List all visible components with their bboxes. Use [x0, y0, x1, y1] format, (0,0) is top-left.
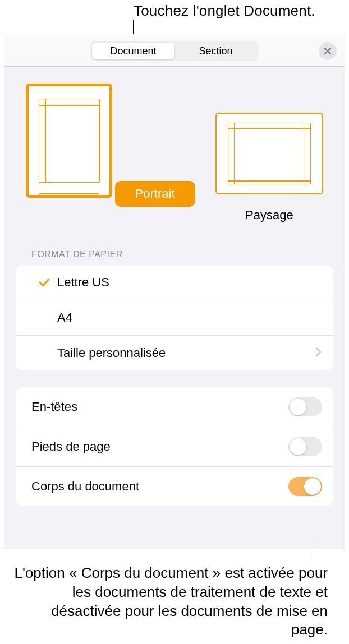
- switch-knob: [290, 399, 306, 415]
- tab-section[interactable]: Section: [174, 43, 257, 59]
- landscape-thumbnail: [215, 113, 323, 194]
- toggle-label: Pieds de page: [31, 439, 288, 454]
- toggle-row-headers: En-têtes: [16, 387, 333, 427]
- paper-option-custom[interactable]: Taille personnalisée: [16, 336, 333, 370]
- toggle-label: Corps du document: [31, 479, 288, 494]
- switch-knob: [290, 438, 306, 455]
- callout-top-text: Touchez l'onglet Document.: [0, 0, 349, 20]
- toggle-label: En-têtes: [31, 400, 288, 414]
- callout-leader-line-bottom: [313, 541, 313, 565]
- switch-knob: [304, 478, 321, 495]
- toggle-row-body: Corps du document: [16, 467, 333, 506]
- tab-segmented-control: Document Section: [90, 41, 259, 61]
- paper-option-a4[interactable]: A4: [16, 300, 333, 336]
- panel-header: Document Section: [4, 34, 345, 67]
- document-settings-panel: Document Section Portrait Paysage FORMAT…: [4, 34, 345, 549]
- close-button[interactable]: [319, 42, 337, 60]
- portrait-margin-guides: [39, 99, 99, 183]
- portrait-thumbnail: [26, 84, 112, 198]
- landscape-label: Paysage: [215, 208, 323, 223]
- paper-option-label: Lettre US: [57, 275, 322, 290]
- portrait-label: Portrait: [115, 181, 195, 207]
- paper-option-label: A4: [57, 311, 322, 325]
- landscape-margin-guides: [228, 123, 311, 184]
- checkmark-icon: [31, 276, 57, 289]
- body-toggle[interactable]: [288, 477, 322, 496]
- headers-toggle[interactable]: [288, 397, 322, 416]
- footers-toggle[interactable]: [288, 437, 322, 456]
- paper-format-card: Lettre US A4 Taille personnalisée: [16, 265, 333, 370]
- orientation-landscape[interactable]: Paysage: [215, 84, 323, 223]
- paper-option-us-letter[interactable]: Lettre US: [16, 265, 333, 300]
- orientation-row: Portrait Paysage: [4, 67, 345, 228]
- orientation-portrait[interactable]: Portrait: [26, 84, 195, 223]
- close-icon: [324, 47, 332, 55]
- paper-option-label: Taille personnalisée: [57, 346, 315, 360]
- toggle-row-footers: Pieds de page: [16, 427, 333, 467]
- paper-format-section-title: FORMAT DE PAPIER: [4, 228, 345, 265]
- document-toggles-card: En-têtes Pieds de page Corps du document: [16, 387, 333, 506]
- callout-bottom-text: L'option « Corps du document » est activ…: [12, 564, 328, 640]
- tab-document[interactable]: Document: [92, 43, 174, 59]
- chevron-right-icon: [315, 346, 322, 360]
